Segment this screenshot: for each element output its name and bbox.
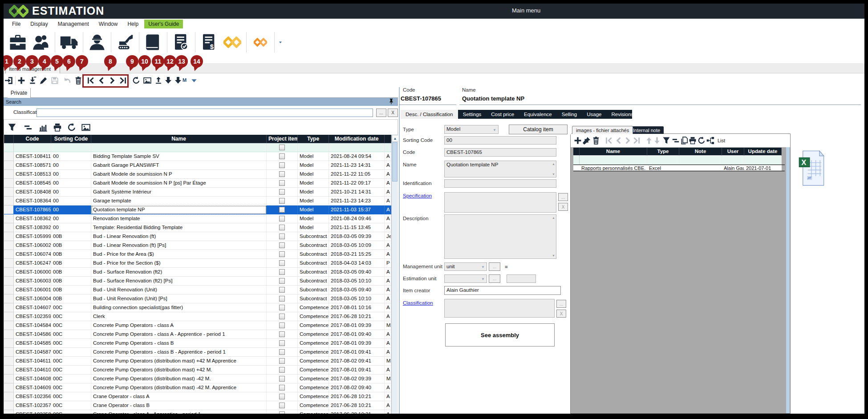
type-cell[interactable]: Model	[298, 188, 329, 197]
code-cell[interactable]: CBEST-104611	[14, 357, 51, 366]
table-row[interactable]: CBEST-10607400BBud - Price for the Area …	[4, 250, 398, 259]
add-plus-icon[interactable]	[17, 76, 26, 85]
table-row[interactable]: CBEST-10839200Template: Residential Bidd…	[4, 223, 398, 232]
pin-icon[interactable]	[388, 98, 395, 105]
table-row[interactable]: CBEST-10458400CConcrete Pump Operators -…	[4, 321, 398, 330]
export-upload-icon[interactable]	[154, 76, 163, 85]
attachment-name-cell[interactable]: Rapports personnalisés CBE.	[580, 165, 647, 171]
modification-date-cell[interactable]: 2021-11-22 11:05	[329, 170, 385, 179]
user-cell[interactable]: A	[385, 286, 391, 294]
logo-yellow-icon[interactable]	[221, 32, 244, 53]
name-cell[interactable]: Crane Operator - class B	[91, 401, 267, 410]
toolbox-icon[interactable]	[6, 32, 29, 53]
row-selector[interactable]	[4, 197, 14, 205]
attachment-row[interactable]: Rapports personnalisés CBE.ExcelAlain Ga…	[573, 165, 785, 171]
user-cell[interactable]: A	[385, 205, 391, 214]
attachment-note-cell[interactable]	[679, 165, 722, 171]
detail-tab-selling[interactable]: Selling	[557, 110, 582, 119]
project-item-checkbox[interactable]	[279, 349, 285, 355]
sorting-code-cell[interactable]: 00B	[51, 294, 91, 303]
code-cell[interactable]: CBEST-104584	[14, 321, 51, 330]
tab-private[interactable]: Private	[8, 88, 31, 98]
attachment-type-cell[interactable]: Excel	[647, 165, 679, 171]
scroll-down-icon[interactable]: ▼	[552, 173, 555, 176]
type-cell[interactable]: Competence	[298, 375, 329, 383]
column-header-sorting-code[interactable]: Sorting Code	[51, 135, 91, 143]
menu-file[interactable]: File	[8, 20, 24, 28]
name-cell[interactable]: Bud - Price for the Area ($)	[91, 250, 267, 259]
sorting-code-cell[interactable]: 00B	[51, 268, 91, 277]
user-cell[interactable]: A	[385, 170, 391, 179]
modification-date-cell[interactable]: 2021-08-24 09:46	[329, 214, 385, 223]
modification-date-cell[interactable]: 2018-03-05 09:39	[329, 232, 385, 241]
project-item-cell[interactable]	[267, 312, 298, 321]
table-row[interactable]: CBEST-10840800Gabarit Système IntérieurM…	[4, 188, 398, 197]
project-item-cell[interactable]	[267, 232, 298, 241]
project-item-cell[interactable]	[267, 214, 298, 223]
code-cell[interactable]: CBEST-107865	[14, 205, 51, 214]
sorting-code-cell[interactable]: 00	[51, 205, 91, 214]
edit-pencil-icon[interactable]	[39, 76, 48, 85]
sorting-code-cell[interactable]: 00C	[51, 401, 91, 410]
estimation-unit-browse-button[interactable]: ...	[489, 274, 500, 283]
column-header-modification-date[interactable]: Modification date	[329, 135, 385, 143]
tree-hierarchy-icon[interactable]	[706, 136, 715, 145]
project-item-cell[interactable]	[267, 250, 298, 259]
row-selector[interactable]	[4, 250, 14, 259]
type-cell[interactable]: Model	[298, 214, 329, 223]
classification-clear-button[interactable]: X	[556, 310, 566, 318]
row-selector[interactable]	[4, 294, 14, 303]
table-row[interactable]: CBEST-10458700CConcrete Pump Operators -…	[4, 348, 398, 357]
row-selector[interactable]	[4, 241, 14, 250]
attachments-table[interactable]: NameTypeNoteUserUpdate dateRapports pers…	[573, 148, 785, 171]
attachment-column-note[interactable]: Note	[679, 148, 722, 156]
detail-tab-usage[interactable]: Usage	[582, 110, 606, 119]
filter-cell[interactable]	[298, 143, 329, 152]
code-cell[interactable]: CBEST-104610	[14, 366, 51, 375]
filter-funnel-icon[interactable]	[662, 136, 671, 145]
type-cell[interactable]: Subcontract	[298, 241, 329, 250]
table-row[interactable]: CBEST-10461000CConcrete Pump Operators (…	[4, 366, 398, 375]
project-item-checkbox[interactable]	[279, 180, 285, 186]
project-item-checkbox[interactable]	[279, 216, 285, 222]
attachment-filter-cell[interactable]	[679, 156, 722, 165]
type-cell[interactable]: Competence	[298, 321, 329, 330]
type-cell[interactable]: Competence	[298, 348, 329, 357]
project-item-checkbox[interactable]	[279, 269, 285, 275]
row-selector[interactable]	[4, 223, 14, 232]
code-cell[interactable]: CBEST-104585	[14, 339, 51, 348]
sorting-code-cell[interactable]: 00	[51, 197, 91, 205]
user-cell[interactable]: Je	[385, 232, 391, 241]
scroll-down-icon[interactable]: ▼	[552, 254, 555, 257]
table-row[interactable]: CBEST-10841100Bidding Template Sample SV…	[4, 152, 398, 161]
filter-cell[interactable]	[91, 143, 267, 152]
panel-splitter[interactable]	[399, 87, 400, 414]
table-row[interactable]: CBEST-10836400Garage templateModel2021-1…	[4, 197, 398, 205]
sorting-code-cell[interactable]: 00	[51, 161, 91, 170]
project-item-cell[interactable]	[267, 375, 298, 383]
sorting-code-cell[interactable]: 00B	[51, 250, 91, 259]
printer-icon[interactable]	[53, 123, 62, 132]
row-selector[interactable]	[4, 348, 14, 357]
user-cell[interactable]: A	[385, 392, 391, 401]
modification-date-cell[interactable]: 2017-08-01 10:16	[329, 303, 385, 312]
sorting-code-cell[interactable]: 00	[51, 214, 91, 223]
name-cell[interactable]: Bud - Price for the Section ($)	[91, 259, 267, 268]
name-cell[interactable]: Quotation template NP	[91, 205, 267, 214]
table-row[interactable]: CBEST-10460700CBuilding connection speci…	[4, 303, 398, 312]
modification-date-cell[interactable]: 2017-08-01 09:39	[329, 321, 385, 330]
row-selector[interactable]	[4, 312, 14, 321]
project-item-checkbox[interactable]	[279, 225, 285, 230]
refresh-icon[interactable]	[132, 76, 141, 85]
modification-date-cell[interactable]: 2018-03-21 15:25	[329, 250, 385, 259]
import-item-icon[interactable]	[28, 76, 37, 85]
row-selector[interactable]	[4, 286, 14, 294]
name-cell[interactable]: Bud - Unit Renovation (Unit)	[91, 286, 267, 294]
table-row[interactable]: CBEST-10851300Gabarit Modele de soumissi…	[4, 170, 398, 179]
type-cell[interactable]: Competence	[298, 357, 329, 366]
code-cell[interactable]: CBEST-108411	[14, 152, 51, 161]
attachment-column-name[interactable]: Name	[580, 148, 647, 156]
modification-date-cell[interactable]: 2018-03-05 09:40	[329, 286, 385, 294]
sorting-code-cell[interactable]: 00	[51, 170, 91, 179]
name-cell[interactable]: Gabarit Modele de soumission N P	[91, 170, 267, 179]
